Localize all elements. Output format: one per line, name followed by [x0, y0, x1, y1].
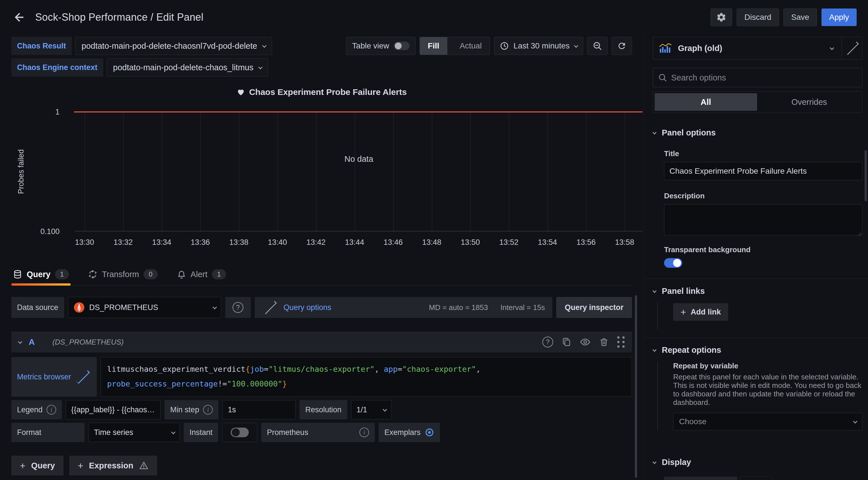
refresh-button[interactable]	[612, 37, 632, 55]
metrics-browser-button[interactable]: Metrics browser	[11, 357, 97, 397]
legend-input[interactable]	[71, 406, 155, 414]
instant-toggle-cell	[222, 423, 257, 442]
info-icon: i	[360, 427, 369, 437]
drag-handle-icon[interactable]	[617, 336, 625, 348]
gridline	[470, 112, 471, 231]
threshold-line	[74, 111, 643, 112]
fill-option[interactable]: Fill	[420, 37, 447, 55]
transparent-background-label: Transparent background	[664, 245, 862, 254]
repeat-options-header[interactable]: Repeat options	[653, 345, 862, 355]
visualization-select[interactable]: Graph (old)	[653, 37, 842, 59]
tab-overrides[interactable]: Overrides	[758, 93, 861, 111]
chevron-down-icon	[853, 419, 858, 423]
query-options-label: Query options	[284, 303, 331, 312]
apply-button[interactable]: Apply	[822, 8, 857, 26]
tab-transform[interactable]: Transform 0	[87, 264, 159, 285]
options-search-input[interactable]	[671, 73, 857, 82]
query-row-actions: ?	[542, 336, 625, 348]
query-row-header[interactable]: A (DS_PROMETHEUS) ?	[11, 332, 632, 352]
variable-value: podtato-main-pod-delete-chaosnl7vd-pod-d…	[82, 41, 257, 51]
plot-area[interactable]: No data	[75, 112, 643, 232]
transparent-background-switch[interactable]	[664, 258, 682, 268]
repeat-description: Repeat this panel for each value in the …	[673, 373, 862, 407]
chevron-down-icon	[652, 130, 656, 134]
panel-title-input[interactable]	[664, 162, 862, 180]
instant-switch[interactable]	[230, 427, 249, 437]
trash-icon[interactable]	[599, 337, 609, 347]
display-header[interactable]: Display	[653, 457, 862, 467]
x-tick-label: 13:30	[75, 238, 94, 247]
clock-icon	[500, 41, 509, 50]
plus-icon: +	[78, 460, 83, 471]
add-expression-button[interactable]: + Expression	[69, 456, 157, 476]
section-divider	[644, 338, 868, 338]
legend-row: Legend i Min step i Resolution 1/1	[11, 400, 632, 419]
heart-icon	[237, 88, 245, 96]
no-data-text: No data	[344, 155, 373, 164]
x-tick-label: 13:38	[229, 238, 248, 247]
panel-settings-button[interactable]	[711, 8, 732, 26]
max-data-points-info: MD = auto = 1853	[429, 303, 488, 312]
back-button[interactable]	[11, 9, 27, 25]
table-view-switch[interactable]	[394, 42, 410, 50]
switch-knob	[395, 42, 402, 49]
gridline	[625, 112, 625, 231]
resolution-label-chip: Resolution	[300, 400, 347, 419]
variable-select-chaos-engine-context[interactable]: podtato-main-pod-delete-chaos_litmus	[107, 58, 268, 76]
data-source-help-button[interactable]: ?	[225, 297, 251, 318]
info-icon: i	[46, 405, 56, 415]
add-link-label: Add link	[691, 308, 721, 316]
tab-all[interactable]: All	[655, 93, 757, 111]
format-select[interactable]: Time series	[89, 423, 180, 442]
repeat-variable-select[interactable]: Choose	[673, 413, 862, 431]
discard-button[interactable]: Discard	[737, 8, 779, 26]
variable-select-chaos-result[interactable]: podtato-main-pod-delete-chaosnl7vd-pod-d…	[75, 37, 272, 55]
options-search	[653, 68, 862, 87]
min-step-input[interactable]	[228, 406, 290, 414]
format-value: Time series	[94, 428, 133, 437]
query-inspector-button[interactable]: Query inspector	[556, 297, 632, 318]
visualization-expand-button[interactable]	[842, 37, 862, 59]
x-tick-label: 13:56	[577, 238, 596, 247]
zoom-out-button[interactable]	[587, 37, 608, 55]
chevron-right-icon	[845, 41, 859, 55]
query-ref-id: A	[29, 337, 35, 347]
query-options-bar[interactable]: Query options MD = auto = 1853 Interval …	[255, 297, 552, 318]
data-source-select[interactable]: DS_PROMETHEUS	[68, 297, 221, 318]
actual-option[interactable]: Actual	[452, 37, 490, 55]
add-query-button[interactable]: + Query	[11, 456, 64, 476]
tab-query[interactable]: Query 1	[11, 264, 71, 285]
description-field-label: Description	[664, 192, 862, 200]
gridline	[316, 112, 316, 231]
chevron-down-icon	[213, 305, 217, 309]
exemplars-icon[interactable]	[425, 427, 434, 437]
panel-toolbar: Table view Fill Actual Last 30 minutes	[346, 37, 632, 55]
duplicate-icon[interactable]	[562, 337, 571, 347]
query-help-icon[interactable]: ?	[542, 337, 553, 347]
panel-description-textarea[interactable]	[664, 204, 862, 236]
panel-links-header[interactable]: Panel links	[653, 286, 862, 296]
query-expression[interactable]: litmuschaos_experiment_verdict{job="litm…	[101, 357, 632, 397]
panel-options-header[interactable]: Panel options	[653, 128, 862, 137]
bars-toggle-cell	[740, 477, 772, 480]
page-title: Sock-Shop Performance / Edit Panel	[35, 11, 204, 23]
bars-option-row: Bars	[664, 477, 862, 480]
time-range-picker[interactable]: Last 30 minutes	[494, 37, 583, 55]
visualization-name: Graph (old)	[678, 44, 722, 53]
y-tick-label: 1	[11, 108, 60, 116]
resolution-select[interactable]: 1/1	[351, 400, 392, 419]
add-buttons-row: + Query + Expression	[11, 456, 632, 476]
query-token: job	[250, 365, 264, 373]
query-token: probe_success_percentage	[107, 379, 218, 388]
chevron-down-icon	[652, 348, 656, 352]
topnav-actions: Discard Save Apply	[711, 8, 857, 26]
save-button[interactable]: Save	[783, 8, 817, 26]
eye-icon[interactable]	[580, 337, 591, 347]
gridline	[393, 112, 394, 231]
tab-alert[interactable]: Alert 1	[175, 264, 228, 285]
add-link-button[interactable]: + Add link	[673, 303, 728, 321]
fill-actual-segment: Fill Actual	[420, 37, 490, 55]
active-tab-underline	[11, 283, 71, 286]
chevron-down-icon	[574, 43, 578, 48]
prometheus-type-label: Prometheus	[267, 428, 308, 437]
